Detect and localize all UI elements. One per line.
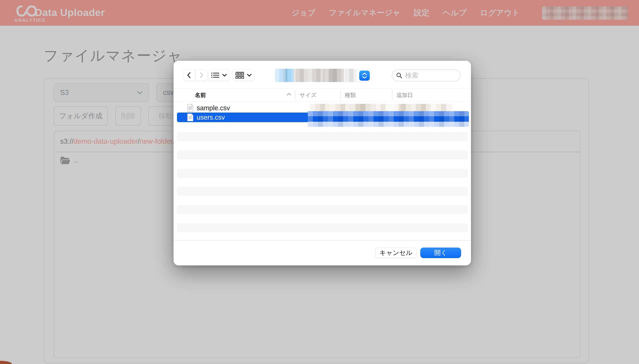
file-name: sample.csv <box>197 104 230 112</box>
current-folder-redacted <box>275 69 357 82</box>
screen: ANALYTICS Data Uploader ジョブ ファイルマネージャ 設定… <box>0 0 639 364</box>
empty-row-stripe <box>177 132 468 141</box>
footer-divider <box>173 240 471 241</box>
file-name: users.csv <box>197 114 225 121</box>
column-header-date-added[interactable]: 追加日 <box>396 89 413 101</box>
location-popup-button[interactable] <box>275 69 371 82</box>
column-header-name[interactable]: 名前 <box>195 89 206 101</box>
open-button[interactable]: 開く <box>420 248 461 258</box>
column-divider <box>295 91 295 100</box>
group-view-icon <box>236 72 244 78</box>
csv-file-icon <box>187 104 193 112</box>
sort-ascending-icon <box>286 92 292 96</box>
back-button[interactable] <box>183 70 195 81</box>
column-header-kind[interactable]: 種類 <box>345 89 356 101</box>
empty-row-stripe <box>177 150 468 159</box>
file-metadata-redacted <box>308 111 469 127</box>
empty-row-stripe <box>177 169 468 178</box>
search-input[interactable] <box>405 72 457 80</box>
group-view-button[interactable] <box>233 70 254 81</box>
search-icon <box>396 72 402 78</box>
list-view-icon <box>211 72 220 78</box>
empty-row-stripe <box>177 187 468 196</box>
empty-row-stripe <box>177 223 468 232</box>
column-divider <box>340 91 341 100</box>
csv-file-icon <box>187 113 193 122</box>
cancel-button[interactable]: キャンセル <box>375 248 417 258</box>
column-header-row: 名前 サイズ 種類 追加日 <box>173 88 471 102</box>
popup-stepper-icon <box>359 70 370 81</box>
empty-row-stripe <box>177 205 468 214</box>
column-header-size[interactable]: サイズ <box>300 89 317 101</box>
forward-button[interactable] <box>195 70 207 81</box>
chevron-down-icon <box>247 74 252 77</box>
search-field[interactable] <box>392 70 461 81</box>
column-divider <box>392 91 392 100</box>
chevron-down-icon <box>222 74 227 77</box>
file-picker-dialog: 名前 サイズ 種類 追加日 sample.csv <box>173 61 471 266</box>
list-view-button[interactable] <box>208 70 230 81</box>
